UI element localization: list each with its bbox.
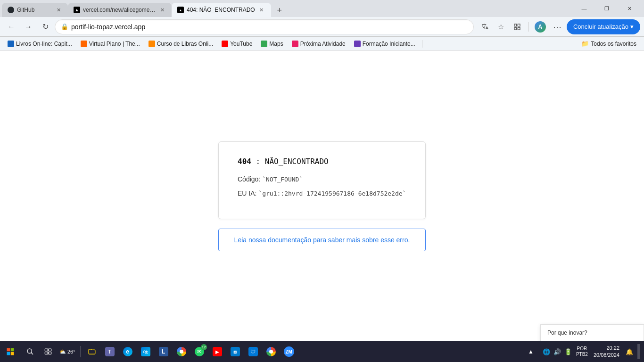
error-separator: : [251, 157, 265, 166]
svg-rect-3 [514, 27, 517, 30]
tab-404-title: 404: NÃO_ENCONTRADO [187, 7, 255, 13]
form-icon [354, 41, 361, 47]
taskbar-vscode-button[interactable]: ⧈ [227, 343, 244, 360]
taskbar-edge-button[interactable]: e [119, 343, 136, 360]
notification-icon[interactable]: 🔔 [624, 348, 635, 355]
eu-ia-value: `gru1::2hvrd-1724195967186-6e18d752e2de` [258, 190, 406, 197]
bookmark-youtube[interactable]: YouTube [218, 40, 256, 48]
bookmark-libras-label: Curso de Libras Onli... [157, 41, 213, 47]
svg-rect-1 [518, 24, 520, 26]
browser-frame: GitHub ✕ ▲ vercel.com/new/alicegomes04s.… [0, 0, 644, 362]
taskbar-chevron-button[interactable]: ▲ [522, 343, 539, 360]
bookmark-prox[interactable]: Próxima Atividade [288, 40, 349, 48]
tab-404-close[interactable]: ✕ [258, 6, 265, 14]
address-bar[interactable]: 🔒 portif-lio-topaz.vercel.app [55, 19, 474, 34]
tab-github[interactable]: GitHub ✕ [2, 3, 68, 17]
doc-link-box[interactable]: Leia nossa documentação para saber mais … [218, 229, 426, 251]
error-card: 404 : NÃO_ENCONTRADO Código: `NOT_FOUND`… [218, 141, 426, 219]
tab-404[interactable]: ▲ 404: NÃO_ENCONTRADO ✕ [172, 3, 271, 17]
piano-icon [81, 41, 87, 47]
word-icon: L [159, 347, 168, 356]
translate-icon[interactable] [478, 19, 493, 34]
taskbar-zm-button[interactable]: ZM [281, 343, 297, 360]
taskbar-security-button[interactable]: 🛡 [245, 343, 262, 360]
tab-vercel-close[interactable]: ✕ [158, 6, 166, 14]
update-button[interactable]: Concluir atualização ▾ [567, 19, 640, 34]
network-icon[interactable]: 🌐 [541, 348, 552, 355]
volume-icon[interactable]: 🔊 [552, 348, 562, 355]
bookmark-form[interactable]: Formação Iniciante... [350, 40, 419, 48]
taskbar-word-button[interactable]: L [155, 343, 172, 360]
bookmark-maps-label: Maps [269, 41, 283, 47]
refresh-button[interactable]: ↻ [38, 19, 53, 34]
taskbar-chrome2-button[interactable] [263, 343, 280, 360]
youtube-taskbar-icon: ▶ [213, 347, 222, 356]
new-tab-button[interactable]: + [273, 4, 286, 17]
youtube-icon [222, 41, 228, 47]
taskbar-whatsapp-button[interactable]: ✉ 12 [191, 343, 208, 360]
svg-rect-4 [7, 348, 10, 352]
collections-icon[interactable] [510, 19, 525, 34]
bookmark-maps[interactable]: Maps [257, 40, 287, 48]
address-text: portif-lio-topaz.vercel.app [71, 23, 468, 31]
clock[interactable]: 20:22 20/08/2024 [591, 345, 622, 359]
maximize-button[interactable]: ❐ [596, 1, 618, 16]
tab-github-close[interactable]: ✕ [55, 6, 62, 14]
language-indicator[interactable]: POR PTB2 [575, 346, 589, 357]
minimize-button[interactable]: — [573, 1, 595, 16]
error-name: NÃO_ENCONTRADO [265, 157, 329, 166]
error-code: 404 [238, 157, 251, 166]
close-button[interactable]: ✕ [619, 1, 640, 16]
taskbar-store-button[interactable]: 🛍 [137, 343, 154, 360]
teams-icon: T [105, 347, 115, 356]
system-icons: 🌐 🔊 🔋 [541, 348, 573, 355]
taskbar-taskview-button[interactable] [40, 343, 57, 360]
weather-widget[interactable]: ⛅ 26° [58, 349, 77, 355]
forward-button[interactable]: → [21, 19, 36, 34]
show-desktop-button[interactable] [637, 344, 640, 359]
language-code: POR [576, 346, 588, 352]
doc-link[interactable]: Leia nossa documentação para saber mais … [234, 236, 410, 244]
weather-temp: 26° [67, 349, 75, 354]
taskbar-right: ▲ 🌐 🔊 🔋 POR PTB2 20:22 20/08/2024 🔔 [522, 343, 642, 360]
page-content: 404 : NÃO_ENCONTRADO Código: `NOT_FOUND`… [0, 51, 644, 341]
bookmark-prox-label: Próxima Atividade [300, 41, 346, 47]
bookmark-piano-label: Virtual Piano | The... [89, 41, 140, 47]
update-button-label: Concluir atualização [573, 23, 628, 30]
all-favorites-button[interactable]: 📁 Todos os favoritos [578, 39, 640, 48]
svg-rect-2 [518, 27, 520, 30]
tab-vercel[interactable]: ▲ vercel.com/new/alicegomes04s... ✕ [68, 3, 172, 17]
bookmark-form-label: Formação Iniciante... [363, 41, 415, 47]
svg-rect-11 [49, 349, 51, 351]
bookmarks-bar: Livros On-line: Capit... Virtual Piano |… [0, 37, 644, 51]
back-button[interactable]: ← [4, 19, 19, 34]
github-favicon [8, 7, 14, 13]
all-favorites-label: Todos os favoritos [591, 41, 636, 47]
error-eu-ia-line: EU IA: `gru1::2hvrd-1724195967186-6e18d7… [238, 189, 406, 197]
taskbar-separator [80, 346, 81, 357]
bookmark-livros[interactable]: Livros On-line: Capit... [4, 40, 76, 48]
side-notification: Por que inovar? [540, 324, 644, 341]
taskbar-youtube-button[interactable]: ▶ [209, 343, 226, 360]
svg-rect-6 [7, 352, 10, 355]
bookmark-libras[interactable]: Curso de Libras Onli... [145, 40, 217, 48]
taskbar-search-button[interactable] [22, 343, 39, 360]
eu-ia-label: EU IA: [238, 189, 256, 197]
zm-icon: ZM [284, 346, 294, 357]
favorites-icon[interactable]: ☆ [494, 19, 509, 34]
update-chevron-icon: ▾ [630, 23, 634, 30]
folder-icon: 📁 [581, 40, 589, 47]
profile-icon[interactable]: A [533, 19, 548, 34]
svg-point-8 [27, 349, 32, 353]
window-controls: — ❐ ✕ [570, 1, 644, 16]
libras-icon [149, 41, 155, 47]
start-button[interactable] [2, 343, 19, 360]
battery-icon[interactable]: 🔋 [563, 348, 573, 355]
bookmark-piano[interactable]: Virtual Piano | The... [77, 40, 144, 48]
taskbar-chrome-button[interactable] [173, 343, 190, 360]
browser-menu-icon[interactable]: ⋯ [550, 19, 565, 34]
taskbar-teams-button[interactable]: T [101, 343, 118, 360]
bookmarks-separator [422, 40, 422, 48]
svg-rect-5 [11, 348, 14, 352]
taskbar-files-button[interactable] [83, 343, 100, 360]
